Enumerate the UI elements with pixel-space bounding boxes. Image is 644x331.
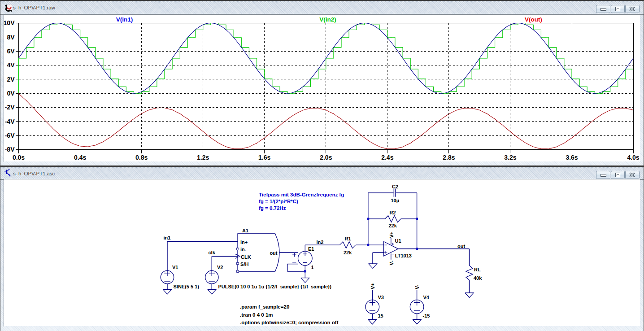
svg-text:V1: V1 (172, 265, 178, 270)
svg-text:4.0s: 4.0s (627, 154, 639, 161)
svg-text:E1: E1 (308, 246, 314, 252)
svg-text:V(in2): V(in2) (319, 16, 336, 23)
svg-text:fg = 1/(2*pi*R*C): fg = 1/(2*pi*R*C) (259, 199, 298, 204)
svg-text:10µ: 10µ (391, 198, 400, 203)
svg-text:CLK: CLK (241, 254, 251, 260)
svg-text:in2: in2 (317, 240, 324, 245)
svg-text:4V: 4V (7, 61, 15, 69)
svg-text:6V: 6V (7, 48, 15, 55)
svg-text:8V: 8V (7, 34, 15, 41)
svg-text:2V: 2V (7, 76, 15, 83)
svg-text:-6V: -6V (5, 132, 15, 139)
svg-text:1.6s: 1.6s (258, 154, 270, 161)
svg-text:V3: V3 (378, 295, 384, 300)
svg-text:S/H: S/H (240, 261, 248, 267)
svg-text:PULSE(0 10 0 1u 1u {1/2/f_samp: PULSE(0 10 0 1u 1u {1/2/f_sample} {1/f_s… (218, 284, 332, 289)
svg-text:V2: V2 (217, 265, 223, 270)
svg-text:out: out (270, 250, 277, 256)
svg-text:.options plotwinsize=0; compre: .options plotwinsize=0; compression off (240, 320, 339, 325)
svg-text:-8V: -8V (5, 146, 15, 153)
svg-text:RL: RL (474, 267, 481, 272)
svg-text:V(in1): V(in1) (116, 16, 133, 23)
svg-text:Tiefpass mit 3dB-Grenzfrequenz: Tiefpass mit 3dB-Grenzfrequenz fg (259, 192, 344, 197)
svg-text:V-: V- (389, 261, 394, 266)
svg-text:in-: in- (240, 247, 247, 252)
svg-text:.tran 0 4 0 1m: .tran 0 4 0 1m (240, 312, 273, 318)
svg-text:V-: V- (414, 284, 420, 289)
svg-text:SINE(5 5 1): SINE(5 5 1) (174, 284, 200, 289)
svg-text:-2V: -2V (5, 104, 15, 111)
svg-text:1.2s: 1.2s (197, 154, 209, 161)
svg-text:V+: V+ (389, 232, 394, 238)
svg-text:3.6s: 3.6s (566, 154, 578, 161)
svg-text:3.2s: 3.2s (504, 154, 516, 161)
svg-text:2.4s: 2.4s (381, 154, 393, 161)
svg-text:22k: 22k (389, 223, 397, 228)
svg-text:U1: U1 (395, 238, 401, 244)
svg-text:10V: 10V (4, 19, 15, 26)
svg-text:A1: A1 (242, 228, 248, 233)
svg-text:2.0s: 2.0s (320, 154, 332, 161)
svg-text:out: out (457, 244, 465, 249)
svg-text:R1: R1 (345, 236, 351, 241)
svg-text:LT1013: LT1013 (395, 253, 412, 258)
svg-text:0.8s: 0.8s (135, 154, 148, 161)
svg-text:V4: V4 (423, 295, 430, 300)
svg-text:V(out): V(out) (525, 16, 542, 23)
svg-text:40k: 40k (474, 275, 482, 281)
svg-text:0.0s: 0.0s (13, 154, 25, 161)
svg-text:-15: -15 (423, 313, 430, 318)
svg-text:-4V: -4V (5, 118, 15, 125)
svg-text:0V: 0V (7, 90, 15, 97)
svg-text:R2: R2 (390, 210, 396, 215)
svg-text:22k: 22k (344, 250, 352, 255)
svg-text:C2: C2 (392, 184, 398, 189)
svg-text:0.4s: 0.4s (74, 154, 86, 161)
svg-text:in1: in1 (164, 235, 171, 240)
svg-text:15: 15 (378, 313, 383, 318)
svg-text:1: 1 (311, 265, 314, 270)
svg-text:2.8s: 2.8s (443, 154, 455, 161)
svg-text:in+: in+ (240, 240, 248, 245)
svg-text:V+: V+ (370, 283, 375, 289)
svg-text:fg = 0.72Hz: fg = 0.72Hz (259, 205, 286, 211)
svg-text:clk: clk (209, 250, 216, 255)
svg-text:.param f_sample=20: .param f_sample=20 (240, 304, 289, 309)
